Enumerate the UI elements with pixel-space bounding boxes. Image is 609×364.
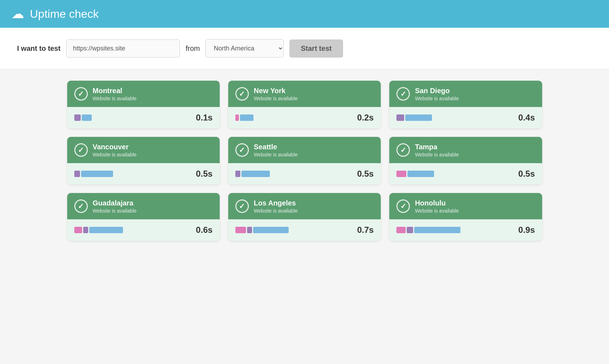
bar-segment — [82, 114, 92, 121]
result-card: ✓ Seattle Website is available 0.5s — [228, 137, 381, 184]
bar-segment — [74, 227, 82, 233]
check-icon: ✓ — [396, 87, 410, 101]
card-time: 0.7s — [357, 225, 374, 235]
card-body: 0.2s — [228, 107, 381, 128]
card-body: 0.6s — [67, 219, 220, 241]
card-body: 0.4s — [389, 107, 542, 128]
card-header: ✓ Vancouver Website is available — [67, 137, 220, 163]
bar-segment — [405, 114, 432, 121]
card-header: ✓ Tampa Website is available — [389, 137, 542, 163]
timing-bars — [396, 227, 513, 233]
card-time: 0.6s — [196, 225, 213, 235]
card-city: New York — [254, 86, 298, 95]
card-body: 0.1s — [67, 107, 220, 128]
timing-bars — [74, 114, 191, 121]
card-body: 0.7s — [228, 219, 381, 241]
bar-segment — [83, 227, 88, 233]
card-city: Tampa — [415, 143, 459, 151]
card-city: Los Angeles — [254, 199, 298, 207]
card-status: Website is available — [415, 208, 459, 214]
card-body: 0.5s — [67, 163, 220, 184]
card-header: ✓ Honolulu Website is available — [389, 193, 542, 219]
bar-segment — [235, 114, 239, 121]
result-card: ✓ Vancouver Website is available 0.5s — [67, 137, 220, 184]
bar-segment — [241, 171, 270, 177]
card-city: San Diego — [415, 86, 459, 95]
start-test-button[interactable]: Start test — [289, 39, 343, 58]
check-icon: ✓ — [74, 199, 88, 213]
bar-segment — [89, 227, 123, 233]
bar-segment — [396, 227, 406, 233]
card-city: Seattle — [254, 143, 298, 151]
url-input[interactable] — [66, 39, 180, 58]
timing-bars — [396, 171, 513, 177]
card-status: Website is available — [93, 152, 137, 157]
card-time: 0.4s — [518, 113, 535, 123]
card-status: Website is available — [93, 96, 137, 101]
result-card: ✓ Montreal Website is available 0.1s — [67, 81, 220, 128]
card-time: 0.1s — [196, 113, 213, 123]
result-card: ✓ Los Angeles Website is available 0.7s — [228, 193, 381, 241]
results-grid: ✓ Montreal Website is available 0.1s ✓ N… — [56, 69, 554, 252]
bar-segment — [253, 227, 289, 233]
card-status: Website is available — [254, 152, 298, 157]
timing-bars — [235, 171, 352, 177]
card-status: Website is available — [254, 208, 298, 214]
card-header: ✓ New York Website is available — [228, 81, 381, 107]
check-icon: ✓ — [235, 87, 249, 101]
card-header: ✓ Guadalajara Website is available — [67, 193, 220, 219]
card-status: Website is available — [415, 152, 459, 157]
card-header: ✓ Seattle Website is available — [228, 137, 381, 163]
check-icon: ✓ — [235, 143, 249, 157]
result-card: ✓ San Diego Website is available 0.4s — [389, 81, 542, 128]
card-city: Honolulu — [415, 199, 459, 207]
result-card: ✓ Honolulu Website is available 0.9s — [389, 193, 542, 241]
timing-bars — [74, 227, 191, 233]
bar-segment — [240, 114, 253, 121]
timing-bars — [235, 227, 352, 233]
card-city: Guadalajara — [93, 199, 137, 207]
card-status: Website is available — [93, 208, 137, 214]
bar-segment — [81, 171, 113, 177]
controls-label: I want to test — [17, 44, 60, 53]
result-card: ✓ New York Website is available 0.2s — [228, 81, 381, 128]
bar-segment — [74, 114, 81, 121]
card-header: ✓ Los Angeles Website is available — [228, 193, 381, 219]
card-time: 0.9s — [518, 225, 535, 235]
app-title: Uptime check — [30, 7, 99, 21]
timing-bars — [235, 114, 352, 121]
bar-segment — [235, 227, 246, 233]
result-card: ✓ Tampa Website is available 0.5s — [389, 137, 542, 184]
card-time: 0.5s — [518, 169, 535, 179]
bar-segment — [235, 171, 240, 177]
card-body: 0.5s — [389, 163, 542, 184]
check-icon: ✓ — [74, 87, 88, 101]
bar-segment — [396, 114, 404, 121]
timing-bars — [74, 171, 191, 177]
bar-segment — [247, 227, 252, 233]
bar-segment — [407, 227, 413, 233]
check-icon: ✓ — [396, 199, 410, 213]
card-time: 0.2s — [357, 113, 374, 123]
check-icon: ✓ — [235, 199, 249, 213]
bar-segment — [414, 227, 460, 233]
card-status: Website is available — [415, 96, 459, 101]
card-city: Montreal — [93, 86, 137, 95]
card-header: ✓ San Diego Website is available — [389, 81, 542, 107]
result-card: ✓ Guadalajara Website is available 0.6s — [67, 193, 220, 241]
card-time: 0.5s — [357, 169, 374, 179]
cloud-icon: ☁ — [11, 6, 24, 21]
bar-segment — [396, 171, 406, 177]
card-city: Vancouver — [93, 143, 137, 151]
bar-segment — [407, 171, 434, 177]
region-select[interactable]: North America Europe Asia Pacific South … — [205, 39, 284, 58]
card-body: 0.9s — [389, 219, 542, 241]
timing-bars — [396, 114, 513, 121]
app-header: ☁ Uptime check — [0, 0, 609, 28]
from-label: from — [186, 44, 200, 53]
card-time: 0.5s — [196, 169, 213, 179]
card-header: ✓ Montreal Website is available — [67, 81, 220, 107]
card-body: 0.5s — [228, 163, 381, 184]
card-status: Website is available — [254, 96, 298, 101]
check-icon: ✓ — [74, 143, 88, 157]
